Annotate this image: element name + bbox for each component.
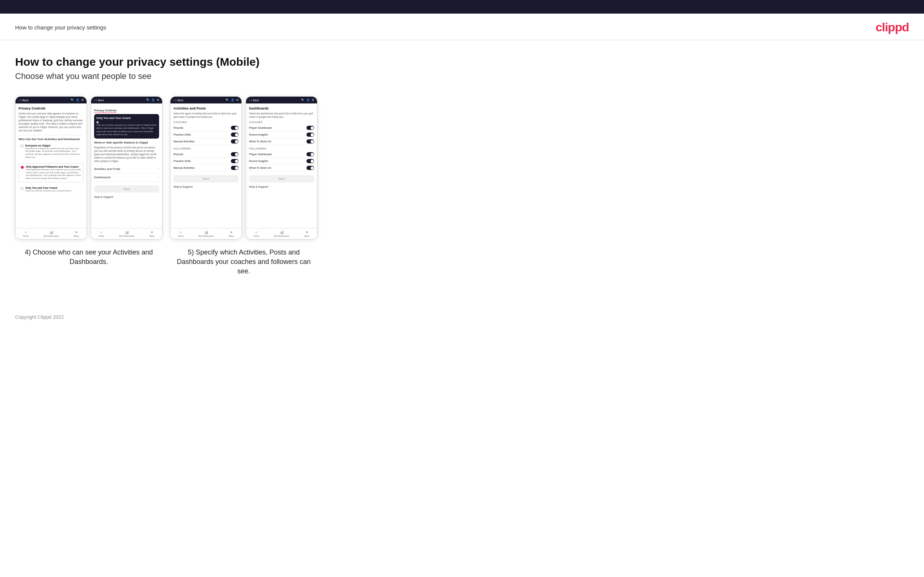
nav-menu-4[interactable]: ≡ Menu	[304, 230, 310, 237]
privacy-tab[interactable]: Privacy Controls	[94, 109, 117, 113]
settings-icon-4[interactable]: ⚙	[312, 98, 314, 102]
page-title: How to change your privacy settings (Mob…	[15, 55, 909, 68]
radio-approved[interactable]: Only Approved Followers and Your Coach O…	[18, 163, 84, 182]
toggle-ri-c[interactable]	[307, 132, 314, 137]
save-btn-4[interactable]: Save	[249, 175, 314, 182]
home-label-3: Home	[178, 235, 184, 237]
nav-menu-3[interactable]: ≡ Menu	[229, 230, 234, 237]
settings-icon[interactable]: ⚙	[81, 98, 84, 102]
profile-icon-3[interactable]: 👤	[231, 98, 234, 102]
back-button[interactable]: ‹ < Back	[18, 99, 28, 102]
what-to-work-label-c: What To Work On	[249, 140, 271, 143]
radio-content-1: Everyone on Clippd Everyone on Clippd ca…	[25, 144, 82, 159]
toggle-drills-c[interactable]	[231, 132, 239, 137]
nav-home-3[interactable]: ⌂ Home	[178, 230, 184, 237]
screen4-nav: ‹ < Back 🔍 👤 ⚙	[246, 97, 317, 103]
screens-pair-1: ‹ < Back 🔍 👤 ⚙ Privacy Controls Control …	[15, 96, 163, 239]
toggle-drills-follow: Practice Drills	[173, 158, 239, 164]
performance-icon: 📊	[49, 230, 53, 234]
nav-performance-3[interactable]: 📊 My Performance	[199, 230, 213, 237]
back-button-3[interactable]: ‹ < Back	[173, 99, 183, 102]
radio-everyone[interactable]: Everyone on Clippd Everyone on Clippd ca…	[18, 142, 84, 161]
nav-icons-4: 🔍 👤 ⚙	[301, 98, 314, 102]
search-icon-2[interactable]: 🔍	[146, 98, 150, 102]
screen4-desc: Select the dashboards that you'd like to…	[249, 112, 314, 119]
dashboards-label: Dashboards	[94, 176, 110, 179]
home-icon-2: ⌂	[100, 230, 102, 234]
page-subtitle: Choose what you want people to see	[15, 71, 909, 81]
screen4-bottom-nav: ⌂ Home 📊 My Performance ≡ Menu	[246, 228, 317, 239]
toggle-drills-f[interactable]	[231, 159, 239, 163]
screen3-desc: Select the types of activity that you'd …	[173, 112, 239, 119]
screen3-body: Activities and Posts Select the types of…	[170, 103, 241, 228]
search-icon[interactable]: 🔍	[71, 98, 74, 102]
settings-icon-2[interactable]: ⚙	[157, 98, 159, 102]
nav-performance[interactable]: 📊 My Performance	[44, 230, 58, 237]
popup-box: Only You and Your Coach Only you and the…	[94, 114, 159, 139]
menu-label-2: Menu	[149, 235, 155, 237]
toggle-pd-c[interactable]	[307, 126, 314, 130]
search-icon-4[interactable]: 🔍	[301, 98, 305, 102]
settings-icon-3[interactable]: ⚙	[236, 98, 239, 102]
activities-posts-item[interactable]: Activities and Posts ›	[94, 165, 159, 173]
profile-icon-4[interactable]: 👤	[307, 98, 310, 102]
performance-label: My Performance	[44, 235, 58, 237]
screen2-body: Privacy Controls Only You and Your Coach…	[91, 103, 162, 228]
radio-only-you[interactable]: Only You and Your Coach Only you and the…	[18, 185, 84, 195]
screen3-title: Activities and Posts	[173, 106, 239, 110]
nav-menu[interactable]: ≡ Menu	[74, 230, 79, 237]
radio-circle-1	[20, 145, 23, 148]
profile-icon[interactable]: 👤	[76, 98, 79, 102]
radio-label-2: Only Approved Followers and Your Coach	[26, 165, 81, 168]
save-btn-3[interactable]: Save	[173, 175, 239, 182]
back-button-4[interactable]: ‹ < Back	[249, 99, 259, 102]
screen-3: ‹ < Back 🔍 👤 ⚙ Activities and Posts Sele…	[170, 96, 242, 239]
manual-label-f: Manual Activities	[173, 166, 195, 169]
menu-icon-3: ≡	[231, 230, 233, 234]
nav-menu-2[interactable]: ≡ Menu	[149, 230, 155, 237]
nav-home-2[interactable]: ⌂ Home	[99, 230, 104, 237]
main-content: How to change your privacy settings (Mob…	[0, 40, 924, 306]
save-btn-2[interactable]: Save	[94, 185, 159, 193]
arrow-1: ›	[158, 167, 159, 171]
screen3-bottom-nav: ⌂ Home 📊 My Performance ≡ Menu	[170, 228, 241, 239]
profile-icon-2[interactable]: 👤	[152, 98, 155, 102]
toggle-manual-c[interactable]	[231, 139, 239, 143]
section-who: Who Can See Your Activities and Dashboar…	[18, 137, 84, 141]
popup-text: Only you and the coaches you connect wit…	[96, 124, 157, 136]
nav-home-4[interactable]: ⌂ Home	[254, 230, 259, 237]
screen-1: ‹ < Back 🔍 👤 ⚙ Privacy Controls Control …	[15, 96, 87, 239]
screen4-body: Dashboards Select the dashboards that yo…	[246, 103, 317, 228]
back-chevron: ‹	[18, 99, 19, 102]
nav-performance-2[interactable]: 📊 My Performance	[119, 230, 134, 237]
performance-label-3: My Performance	[199, 235, 213, 237]
toggle-round-insights-c: Round Insights	[249, 131, 314, 138]
back-label: < Back	[20, 99, 28, 102]
toggle-rounds-follow: Rounds	[173, 151, 239, 158]
nav-performance-4[interactable]: 📊 My Performance	[274, 230, 289, 237]
search-icon-3[interactable]: 🔍	[226, 98, 229, 102]
screen1-desc: Control how you and your data appears to…	[18, 112, 84, 132]
performance-icon-2: 📊	[125, 230, 129, 234]
radio-label-1: Everyone on Clippd	[25, 144, 82, 147]
dashboards-item[interactable]: Dashboards ›	[94, 173, 159, 182]
player-dash-label-c: Player Dashboard	[249, 126, 272, 129]
toggle-manual-coach: Manual Activities	[173, 138, 239, 145]
screen2-bottom-nav: ⌂ Home 📊 My Performance ≡ Menu	[91, 228, 162, 239]
toggle-rounds-c[interactable]	[231, 126, 239, 130]
toggle-manual-f[interactable]	[231, 166, 239, 170]
screen1-nav: ‹ < Back 🔍 👤 ⚙	[16, 97, 87, 103]
radio-circle-3	[20, 187, 23, 190]
group-left: ‹ < Back 🔍 👤 ⚙ Privacy Controls Control …	[15, 96, 163, 267]
home-icon: ⌂	[24, 230, 26, 234]
toggle-ri-f[interactable]	[307, 159, 314, 163]
back-chevron-4: ‹	[249, 99, 250, 102]
toggle-ww-f[interactable]	[307, 166, 314, 170]
home-icon-4: ⌂	[255, 230, 257, 234]
back-button-2[interactable]: ‹ < Back	[94, 99, 104, 102]
toggle-rounds-f[interactable]	[231, 152, 239, 156]
toggle-pd-f[interactable]	[307, 152, 314, 156]
help-support-2: Help & Support	[94, 196, 159, 198]
nav-home[interactable]: ⌂ Home	[23, 230, 29, 237]
toggle-ww-c[interactable]	[307, 139, 314, 143]
